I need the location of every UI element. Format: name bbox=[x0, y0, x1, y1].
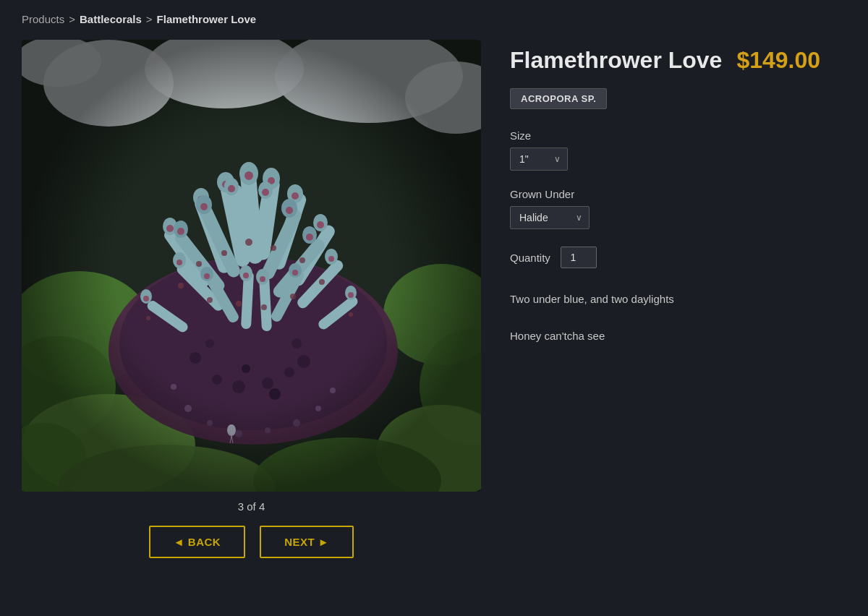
nav-buttons: ◄ BACK NEXT ► bbox=[149, 526, 354, 558]
product-title: Flamethrower Love bbox=[510, 47, 722, 74]
description-line-2: Honey can'tcha see bbox=[510, 328, 846, 345]
image-area: 3 of 4 ◄ BACK NEXT ► bbox=[22, 40, 481, 558]
breadcrumb-sep1: > bbox=[69, 13, 75, 25]
quantity-input[interactable] bbox=[561, 247, 597, 268]
grown-under-select-wrapper: Halide LED T5 ∨ bbox=[510, 206, 590, 229]
product-price: $149.00 bbox=[736, 47, 820, 74]
size-label: Size bbox=[510, 129, 846, 142]
svg-rect-114 bbox=[22, 40, 481, 492]
size-select-wrapper: 1" 2" 3" ∨ bbox=[510, 147, 568, 171]
description-line-1: Two under blue, and two daylights bbox=[510, 291, 846, 308]
breadcrumb-products[interactable]: Products bbox=[22, 13, 64, 25]
next-button[interactable]: NEXT ► bbox=[260, 526, 354, 558]
species-badge: ACROPORA SP. bbox=[510, 88, 607, 109]
breadcrumb: Products > Battlecorals > Flamethrower L… bbox=[22, 7, 846, 40]
grown-under-select[interactable]: Halide LED T5 bbox=[510, 206, 590, 229]
product-details: Flamethrower Love $149.00 ACROPORA SP. S… bbox=[510, 40, 846, 364]
breadcrumb-battlecorals[interactable]: Battlecorals bbox=[80, 13, 142, 25]
breadcrumb-current: Flamethrower Love bbox=[157, 13, 257, 25]
image-counter: 3 of 4 bbox=[238, 500, 265, 513]
grown-under-label: Grown Under bbox=[510, 188, 846, 200]
product-image bbox=[22, 40, 481, 492]
grown-under-field-group: Grown Under Halide LED T5 ∨ bbox=[510, 188, 846, 229]
quantity-row: Quantity bbox=[510, 247, 846, 268]
size-select[interactable]: 1" 2" 3" bbox=[510, 147, 568, 171]
product-header: Flamethrower Love $149.00 bbox=[510, 47, 846, 74]
back-button[interactable]: ◄ BACK bbox=[149, 526, 245, 558]
quantity-label: Quantity bbox=[510, 252, 550, 264]
size-field-group: Size 1" 2" 3" ∨ bbox=[510, 129, 846, 171]
breadcrumb-sep2: > bbox=[146, 13, 153, 25]
